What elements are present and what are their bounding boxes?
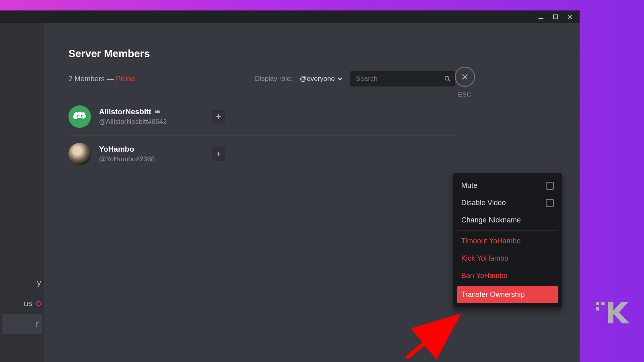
add-role-button[interactable]: +	[212, 147, 225, 161]
member-name: YoHambo	[99, 145, 134, 154]
sidebar-item[interactable]: y	[0, 273, 44, 293]
checkbox-icon	[546, 199, 554, 207]
sidebar-item-label: y	[37, 278, 41, 288]
crown-icon	[155, 109, 161, 115]
context-menu-label: Disable Video	[461, 199, 506, 207]
context-menu-label: Timeout YoHambo	[461, 237, 520, 245]
watermark-k-icon	[596, 300, 632, 326]
context-menu-kick[interactable]: Kick YoHambo	[457, 250, 558, 267]
svg-point-4	[445, 76, 449, 80]
role-selected-value: @everyone	[300, 75, 335, 83]
page-title: Server Members	[68, 47, 555, 60]
svg-rect-10	[601, 302, 605, 305]
context-menu-timeout[interactable]: Timeout YoHambo	[457, 232, 558, 250]
avatar	[68, 105, 91, 128]
context-menu-label: Ban YoHambo	[461, 272, 508, 280]
member-handle: @YoHambo#2368	[99, 155, 204, 163]
avatar	[68, 143, 91, 165]
member-context-menu: Mute Disable Video Change Nickname Timeo…	[453, 173, 562, 307]
member-count: 2 Members — Prune	[68, 75, 135, 83]
sidebar-item[interactable]: r	[2, 314, 42, 334]
window-close-icon[interactable]	[566, 13, 574, 21]
plus-icon: +	[216, 149, 221, 159]
prune-link[interactable]: Prune	[116, 75, 135, 83]
close-esc-label: ESC	[458, 91, 472, 98]
context-menu-label: Transfer Ownership	[461, 290, 524, 299]
context-menu-label: Change Nickname	[461, 216, 521, 224]
close-icon	[455, 67, 475, 87]
member-name: AllistorNesbitt	[99, 107, 151, 116]
sidebar-item-label: us	[24, 299, 32, 308]
filters: Display role: @everyone	[255, 71, 455, 86]
window-maximize-icon[interactable]	[551, 13, 559, 21]
window-titlebar	[0, 10, 580, 23]
search-input-wrap	[350, 71, 455, 86]
checkbox-icon	[546, 182, 554, 190]
sidebar-item[interactable]: us	[0, 293, 44, 314]
svg-line-5	[448, 80, 450, 81]
context-menu-transfer-ownership[interactable]: Transfer Ownership	[457, 286, 558, 303]
svg-rect-1	[553, 15, 557, 19]
member-row[interactable]: YoHambo @YoHambo#2368 +	[68, 136, 455, 173]
window-minimize-icon[interactable]	[537, 13, 545, 21]
chevron-down-icon	[337, 76, 343, 82]
display-role-label: Display role:	[255, 75, 293, 83]
divider	[68, 94, 455, 94]
context-menu-change-nickname[interactable]: Change Nickname	[457, 212, 558, 229]
context-menu-label: Kick YoHambo	[461, 254, 508, 263]
discord-logo-icon	[73, 110, 87, 123]
outer-frame: y us r Server Members 2 Members — Prune …	[0, 0, 644, 362]
member-name-row: AllistorNesbitt	[99, 107, 204, 116]
plus-icon: +	[216, 111, 221, 122]
member-count-text: 2 Members —	[68, 75, 116, 83]
svg-rect-11	[596, 307, 599, 311]
context-menu-mute[interactable]: Mute	[457, 177, 558, 194]
settings-sidebar: y us r	[0, 23, 44, 362]
search-input[interactable]	[356, 75, 441, 83]
member-row[interactable]: AllistorNesbitt @AllistorNesbitt#8642 +	[68, 98, 455, 136]
search-icon	[444, 75, 451, 82]
member-text: AllistorNesbitt @AllistorNesbitt#8642	[99, 107, 204, 126]
svg-rect-9	[596, 302, 599, 305]
context-menu-ban[interactable]: Ban YoHambo	[457, 267, 558, 284]
context-menu-separator	[457, 230, 558, 231]
member-name-row: YoHambo	[99, 145, 204, 154]
boost-gem-icon	[35, 300, 42, 307]
members-toolbar: 2 Members — Prune Display role: @everyon…	[68, 71, 455, 86]
sidebar-item-label: r	[36, 319, 39, 329]
role-selector[interactable]: @everyone	[300, 75, 343, 83]
member-handle: @AllistorNesbitt#8642	[99, 118, 204, 126]
add-role-button[interactable]: +	[212, 110, 225, 123]
member-text: YoHambo @YoHambo#2368	[99, 145, 204, 163]
context-menu-label: Mute	[461, 181, 477, 190]
context-menu-disable-video[interactable]: Disable Video	[457, 194, 558, 212]
close-settings[interactable]: ESC	[455, 67, 475, 98]
